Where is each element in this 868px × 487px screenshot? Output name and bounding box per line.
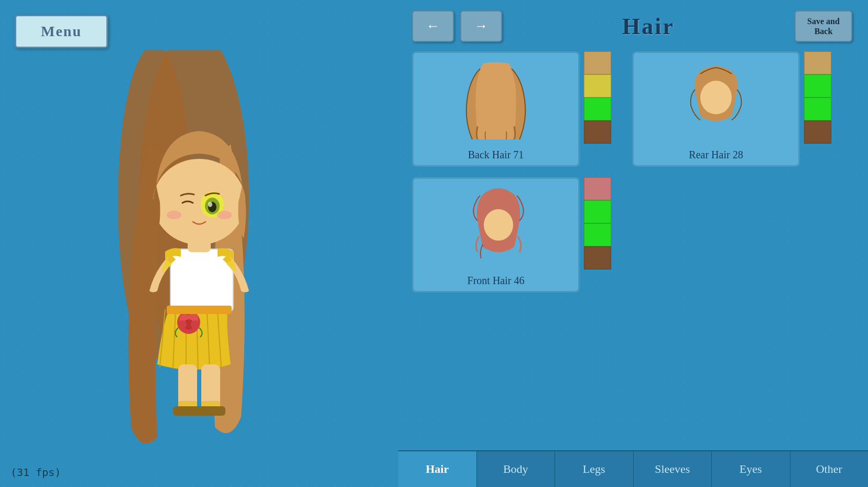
bottom-navigation: Hair Body Legs Sleeves Eyes Other bbox=[398, 450, 868, 487]
swatch-tan2[interactable] bbox=[804, 51, 831, 74]
prev-arrow-button[interactable]: ← bbox=[412, 10, 454, 42]
front-hair-label: Front Hair 46 bbox=[414, 275, 578, 287]
save-back-button[interactable]: Save andBack bbox=[795, 10, 852, 42]
tab-hair[interactable]: Hair bbox=[398, 451, 477, 487]
character-sprite bbox=[68, 50, 330, 459]
back-hair-swatches bbox=[584, 51, 611, 167]
svg-rect-29 bbox=[201, 401, 220, 406]
back-hair-card[interactable]: Back Hair 71 bbox=[412, 51, 580, 167]
swatch-green5[interactable] bbox=[584, 223, 611, 246]
rear-hair-swatches bbox=[804, 51, 831, 167]
swatch-yellow-green[interactable] bbox=[584, 74, 611, 98]
swatch-brown2[interactable] bbox=[804, 121, 831, 144]
tab-sleeves[interactable]: Sleeves bbox=[634, 451, 712, 487]
hair-grid: Back Hair 71 bbox=[412, 51, 842, 293]
swatch-tan[interactable] bbox=[584, 51, 611, 74]
front-hair-item: Front Hair 46 bbox=[412, 177, 622, 293]
svg-rect-15 bbox=[167, 306, 232, 314]
svg-point-22 bbox=[217, 211, 232, 219]
back-hair-label: Back Hair 71 bbox=[414, 149, 578, 161]
svg-point-32 bbox=[484, 209, 513, 241]
swatch-brown3[interactable] bbox=[584, 246, 611, 269]
swatch-green3[interactable] bbox=[804, 98, 831, 121]
front-hair-card[interactable]: Front Hair 46 bbox=[412, 177, 580, 293]
section-title: Hair bbox=[508, 13, 788, 40]
swatch-green2[interactable] bbox=[804, 74, 831, 98]
tab-legs[interactable]: Legs bbox=[555, 451, 634, 487]
tab-other[interactable]: Other bbox=[790, 451, 869, 487]
svg-point-13 bbox=[178, 320, 187, 329]
character-display bbox=[0, 0, 398, 487]
swatch-brown[interactable] bbox=[584, 121, 611, 144]
tab-eyes[interactable]: Eyes bbox=[712, 451, 790, 487]
svg-rect-27 bbox=[196, 406, 225, 416]
back-hair-item: Back Hair 71 bbox=[412, 51, 622, 167]
right-panel: ← → Hair Save andBack bbox=[396, 0, 868, 487]
svg-point-30 bbox=[478, 63, 514, 105]
top-bar: ← → Hair Save andBack bbox=[412, 10, 852, 42]
front-hair-swatches bbox=[584, 177, 611, 293]
rear-hair-card[interactable]: Rear Hair 28 bbox=[632, 51, 800, 167]
svg-rect-28 bbox=[178, 401, 197, 406]
rear-hair-label: Rear Hair 28 bbox=[634, 149, 798, 161]
svg-point-14 bbox=[191, 320, 199, 329]
svg-point-31 bbox=[700, 81, 732, 114]
swatch-green4[interactable] bbox=[584, 200, 611, 223]
rear-hair-item: Rear Hair 28 bbox=[632, 51, 842, 167]
svg-point-23 bbox=[167, 211, 181, 219]
svg-point-17 bbox=[153, 159, 245, 245]
swatch-green[interactable] bbox=[584, 98, 611, 121]
save-label: Save andBack bbox=[807, 16, 840, 36]
swatch-pink[interactable] bbox=[584, 177, 611, 200]
next-arrow-button[interactable]: → bbox=[460, 10, 502, 42]
tab-body[interactable]: Body bbox=[477, 451, 556, 487]
svg-point-21 bbox=[208, 202, 212, 207]
